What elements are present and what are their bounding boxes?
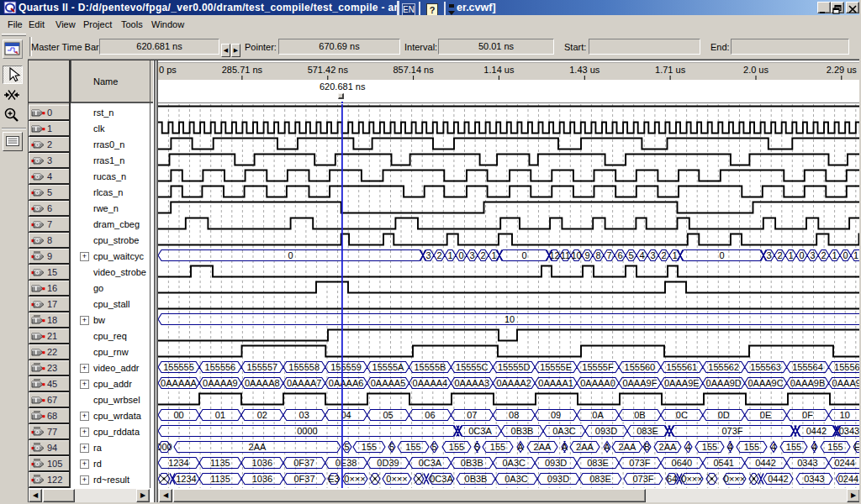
svg-text:0×××: 0××× xyxy=(724,474,745,484)
svg-text:155556: 155556 xyxy=(205,362,236,372)
svg-text:0D: 0D xyxy=(718,410,730,420)
svg-text:0A3C: 0A3C xyxy=(502,458,526,468)
svg-text:A: A xyxy=(517,442,524,452)
svg-text:0AAAA3: 0AAAA3 xyxy=(455,378,490,388)
svg-text:1: 1 xyxy=(491,250,496,260)
svg-text:1.43 us: 1.43 us xyxy=(569,65,600,75)
svg-text:0B3B: 0B3B xyxy=(465,474,488,484)
svg-text:0442: 0442 xyxy=(755,458,775,468)
svg-text:093D: 093D xyxy=(595,426,617,436)
svg-text:093D: 093D xyxy=(547,474,569,484)
svg-text:0D39: 0D39 xyxy=(377,458,399,468)
svg-text:0: 0 xyxy=(288,250,293,260)
svg-text:5: 5 xyxy=(431,442,436,452)
svg-text:0C3A: 0C3A xyxy=(430,474,453,484)
svg-text:2: 2 xyxy=(436,250,441,260)
svg-text:0×××: 0××× xyxy=(386,474,407,484)
svg-text:15555E: 15555E xyxy=(540,362,572,372)
svg-text:2AA: 2AA xyxy=(619,442,637,452)
svg-text:0×××: 0××× xyxy=(681,474,702,484)
svg-text:4: 4 xyxy=(685,442,690,452)
svg-text:0AAA9A: 0AAA9A xyxy=(832,378,861,388)
svg-text:5: 5 xyxy=(389,442,394,452)
svg-text:857.14 ns: 857.14 ns xyxy=(393,65,434,75)
svg-text:2.0 us: 2.0 us xyxy=(743,65,769,75)
svg-text:1.71 us: 1.71 us xyxy=(655,65,686,75)
svg-text:1.14 us: 1.14 us xyxy=(483,65,515,75)
svg-text:0AAAAA: 0AAAAA xyxy=(161,378,197,388)
svg-text:10: 10 xyxy=(504,314,515,324)
svg-text:A: A xyxy=(604,442,610,452)
svg-text:155563: 155563 xyxy=(750,362,781,372)
svg-text:3: 3 xyxy=(810,250,815,260)
svg-text:155564: 155564 xyxy=(792,362,823,372)
svg-text:3: 3 xyxy=(766,250,771,260)
svg-text:1: 1 xyxy=(672,250,677,260)
svg-text:0AAA9C: 0AAA9C xyxy=(747,378,783,388)
svg-text:093D: 093D xyxy=(545,458,567,468)
svg-text:2.29 us: 2.29 us xyxy=(827,65,858,75)
svg-text:0 ps: 0 ps xyxy=(159,65,177,75)
svg-text:5: 5 xyxy=(474,442,479,452)
svg-text:0AAA9D: 0AAA9D xyxy=(706,378,742,388)
svg-text:0AAA9B: 0AAA9B xyxy=(790,378,826,388)
svg-text:01: 01 xyxy=(215,410,225,420)
svg-text:073F: 073F xyxy=(632,474,653,484)
svg-text:1135: 1135 xyxy=(210,474,230,484)
svg-text:0A3C: 0A3C xyxy=(552,426,576,436)
svg-text:2: 2 xyxy=(821,250,826,260)
svg-text:15555A: 15555A xyxy=(372,362,405,372)
svg-text:0C: 0C xyxy=(676,410,688,420)
svg-text:0: 0 xyxy=(521,250,526,260)
svg-text:2AA: 2AA xyxy=(534,442,552,452)
svg-text:1: 1 xyxy=(788,250,793,260)
svg-text:11: 11 xyxy=(561,250,570,260)
svg-text:155565: 155565 xyxy=(834,362,861,372)
svg-text:0AAA9E: 0AAA9E xyxy=(664,378,700,388)
svg-text:A: A xyxy=(562,442,568,452)
svg-text:155: 155 xyxy=(362,442,377,452)
svg-text:09: 09 xyxy=(551,410,561,420)
svg-text:5: 5 xyxy=(628,250,633,260)
svg-text:0C3A: 0C3A xyxy=(419,458,442,468)
svg-text:64: 64 xyxy=(667,474,677,484)
svg-text:2AA: 2AA xyxy=(249,442,267,452)
svg-text:0AAAA9: 0AAAA9 xyxy=(203,378,238,388)
svg-text:155558: 155558 xyxy=(288,362,320,372)
svg-text:2: 2 xyxy=(480,250,485,260)
svg-text:0343: 0343 xyxy=(797,458,817,468)
svg-text:15555F: 15555F xyxy=(582,362,614,372)
svg-text:0AAAA1: 0AAAA1 xyxy=(538,378,573,388)
svg-text:0: 0 xyxy=(843,250,848,260)
svg-text:00: 00 xyxy=(173,410,183,420)
svg-text:155: 155 xyxy=(702,442,717,452)
svg-text:0AAAA6: 0AAAA6 xyxy=(329,378,364,388)
svg-text:073F: 073F xyxy=(721,426,742,436)
svg-text:083E: 083E xyxy=(637,426,658,436)
svg-text:1: 1 xyxy=(832,250,837,260)
svg-text:0A3C: 0A3C xyxy=(504,474,528,484)
svg-text:083E: 083E xyxy=(589,474,611,484)
svg-text:6: 6 xyxy=(617,250,622,260)
svg-text:9: 9 xyxy=(584,250,589,260)
svg-text:0A: 0A xyxy=(592,410,604,420)
svg-text:0F37: 0F37 xyxy=(293,474,314,484)
svg-text:073F: 073F xyxy=(629,458,650,468)
svg-text:5: 5 xyxy=(344,442,349,452)
svg-text:155: 155 xyxy=(405,442,420,452)
svg-text:155: 155 xyxy=(786,442,801,452)
svg-text:03: 03 xyxy=(299,410,309,420)
svg-text:155555: 155555 xyxy=(163,362,194,372)
svg-text:0E: 0E xyxy=(760,410,771,420)
svg-text:0: 0 xyxy=(799,250,804,260)
svg-text:155: 155 xyxy=(490,442,505,452)
svg-text:0343: 0343 xyxy=(804,474,824,484)
svg-text:2: 2 xyxy=(777,250,782,260)
svg-text:2AA: 2AA xyxy=(576,442,594,452)
svg-text:0343: 0343 xyxy=(839,426,859,436)
svg-text:0B3B: 0B3B xyxy=(511,426,534,436)
svg-text:1234: 1234 xyxy=(168,458,188,468)
svg-text:02: 02 xyxy=(257,410,267,420)
svg-text:1036: 1036 xyxy=(252,474,272,484)
svg-text:15555C: 15555C xyxy=(456,362,489,372)
